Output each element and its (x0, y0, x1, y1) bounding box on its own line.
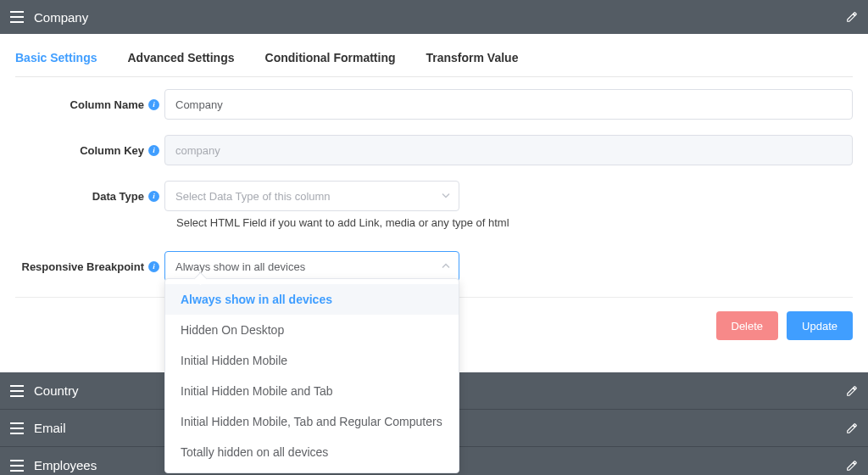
tab-basic-settings[interactable]: Basic Settings (15, 51, 97, 64)
column-key-input (164, 135, 853, 165)
chevron-down-icon (442, 190, 450, 203)
dropdown-option[interactable]: Totally hidden on all devices (165, 437, 459, 467)
delete-button[interactable]: Delete (716, 311, 779, 340)
select-value: Always show in all devices (175, 260, 305, 273)
panel-title: Company (34, 10, 88, 25)
edit-icon[interactable] (846, 460, 858, 472)
tab-advanced-settings[interactable]: Advanced Settings (127, 51, 234, 64)
dropdown-option[interactable]: Hidden On Desktop (165, 315, 459, 345)
hamburger-icon[interactable] (10, 11, 24, 23)
responsive-breakpoint-select[interactable]: Always show in all devices (164, 251, 459, 282)
row-title: Email (34, 421, 66, 435)
edit-icon[interactable] (846, 11, 858, 23)
select-placeholder: Select Data Type of this column (175, 190, 331, 203)
row-title: Country (34, 383, 79, 398)
edit-icon[interactable] (846, 422, 858, 434)
column-name-label: Column Name i (15, 98, 164, 111)
data-type-label: Data Type i (15, 190, 164, 203)
hamburger-icon[interactable] (10, 422, 24, 434)
update-button[interactable]: Update (787, 311, 853, 340)
info-icon[interactable]: i (148, 99, 159, 110)
dropdown-option[interactable]: Always show in all devices (165, 284, 459, 315)
dropdown-option[interactable]: Initial Hidden Mobile and Tab (165, 376, 459, 406)
column-name-input[interactable] (164, 89, 853, 120)
panel-header: Company (0, 0, 868, 34)
chevron-up-icon (442, 260, 450, 273)
info-icon[interactable]: i (148, 191, 159, 202)
row-title: Employees (34, 458, 97, 472)
tab-transform-value[interactable]: Transform Value (426, 51, 519, 64)
dropdown-option[interactable]: Initial Hidden Mobile, Tab and Regular C… (165, 406, 459, 437)
tabs: Basic Settings Advanced Settings Conditi… (15, 34, 853, 77)
dropdown-option[interactable]: Initial Hidden Mobile (165, 345, 459, 376)
hamburger-icon[interactable] (10, 460, 24, 472)
responsive-breakpoint-label: Responsive Breakpoint i (15, 260, 164, 273)
responsive-breakpoint-dropdown: Always show in all devices Hidden On Des… (164, 278, 459, 473)
column-key-label: Column Key i (15, 144, 164, 157)
hamburger-icon[interactable] (10, 385, 24, 397)
info-icon[interactable]: i (148, 261, 159, 272)
tab-conditional-formatting[interactable]: Conditional Formatting (265, 51, 396, 64)
info-icon[interactable]: i (148, 145, 159, 156)
data-type-select[interactable]: Select Data Type of this column (164, 181, 459, 211)
data-type-helper: Select HTML Field if you want to add Lin… (164, 216, 853, 229)
edit-icon[interactable] (846, 385, 858, 397)
